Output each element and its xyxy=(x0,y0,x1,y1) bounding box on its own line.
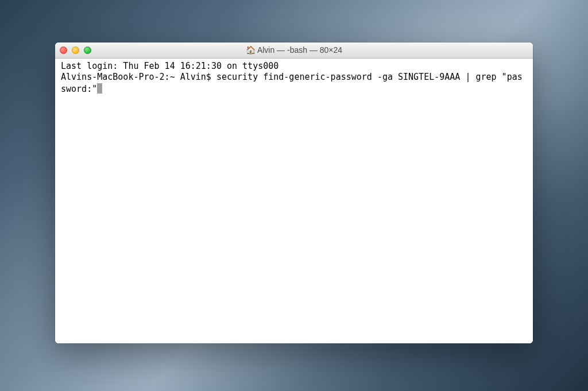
window-title: 🏠 Alvin — -bash — 80×24 xyxy=(55,45,533,55)
minimize-button[interactable] xyxy=(72,47,79,54)
terminal-line-login: Last login: Thu Feb 14 16:21:30 on ttys0… xyxy=(61,61,527,72)
terminal-cursor xyxy=(97,83,102,94)
close-button[interactable] xyxy=(60,47,67,54)
terminal-body[interactable]: Last login: Thu Feb 14 16:21:30 on ttys0… xyxy=(55,59,533,343)
terminal-window: 🏠 Alvin — -bash — 80×24 Last login: Thu … xyxy=(55,42,533,343)
traffic-lights xyxy=(60,47,91,54)
maximize-button[interactable] xyxy=(84,47,91,54)
terminal-line-prompt: Alvins-MacBook-Pro-2:~ Alvin$ security f… xyxy=(61,72,527,95)
window-title-text: Alvin — -bash — 80×24 xyxy=(257,45,342,55)
terminal-command-text: Alvins-MacBook-Pro-2:~ Alvin$ security f… xyxy=(61,72,523,94)
title-bar[interactable]: 🏠 Alvin — -bash — 80×24 xyxy=(55,42,533,59)
home-icon: 🏠 xyxy=(246,46,256,54)
